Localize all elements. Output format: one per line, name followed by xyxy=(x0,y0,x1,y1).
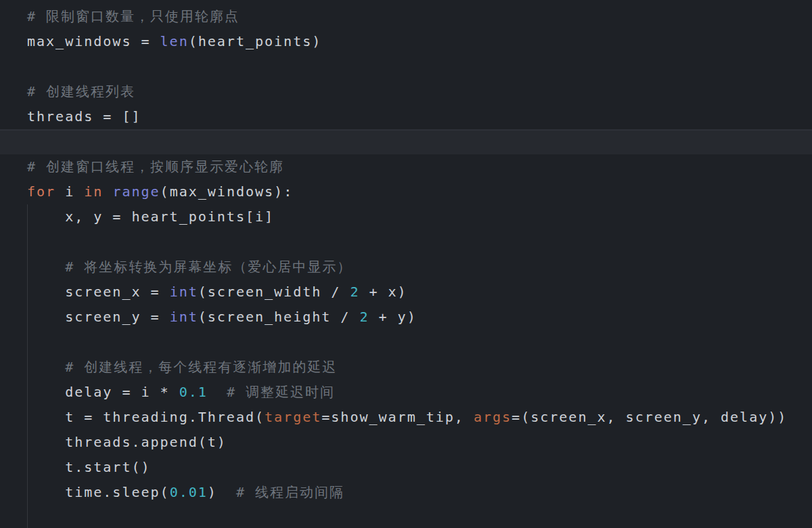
code-line[interactable]: threads = [] xyxy=(0,104,812,129)
code-token-text: i xyxy=(55,183,84,200)
code-token-comment: # 创建线程列表 xyxy=(27,83,135,100)
code-token-text: threads = [] xyxy=(27,108,141,125)
code-line[interactable]: for i in range(max_windows): xyxy=(0,179,812,204)
code-token-argument: target xyxy=(265,409,321,425)
code-token-text: ) xyxy=(208,484,236,500)
code-line[interactable]: t = threading.Thread(target=show_warm_ti… xyxy=(0,405,812,430)
code-token-comment: # 线程启动间隔 xyxy=(236,484,344,500)
code-token-text: delay = i * xyxy=(27,384,179,400)
code-token-text xyxy=(27,359,65,375)
code-editor[interactable]: # 限制窗口数量，只使用轮廓点max_windows = len(heart_p… xyxy=(0,0,812,528)
code-token-text: time.sleep( xyxy=(27,484,170,500)
code-token-text: + y) xyxy=(369,309,417,325)
code-line[interactable]: # 将坐标转换为屏幕坐标（爱心居中显示） xyxy=(0,255,812,280)
code-token-comment: # 创建窗口线程，按顺序显示爱心轮廓 xyxy=(27,158,284,175)
code-token-text: max_windows = xyxy=(27,33,160,49)
code-token-number: 0.1 xyxy=(179,384,208,400)
code-token-builtin: len xyxy=(160,33,189,49)
code-token-number: 0.01 xyxy=(170,484,208,500)
code-token-text xyxy=(103,183,112,200)
code-token-builtin: int xyxy=(170,309,198,325)
code-token-text xyxy=(208,384,227,400)
code-token-keyword: for xyxy=(27,183,55,200)
code-token-text: screen_y = xyxy=(27,309,170,325)
code-token-text: screen_x = xyxy=(27,284,170,300)
code-line[interactable]: time.sleep(0.01) # 线程启动间隔 xyxy=(0,480,812,505)
code-token-number: 2 xyxy=(350,284,359,300)
code-token-comment: # 限制窗口数量，只使用轮廓点 xyxy=(27,8,240,24)
code-token-text: threads.append(t) xyxy=(27,434,227,450)
code-token-text: + x) xyxy=(359,284,407,300)
code-line-current[interactable] xyxy=(0,129,812,154)
code-token-text: t = threading.Thread( xyxy=(27,409,265,425)
code-token-text: (heart_points) xyxy=(189,33,322,49)
code-token-builtin: range xyxy=(112,183,160,200)
code-line[interactable]: max_windows = len(heart_points) xyxy=(0,29,812,54)
code-line[interactable]: # 创建窗口线程，按顺序显示爱心轮廓 xyxy=(0,154,812,179)
code-token-text: (screen_width / xyxy=(198,284,351,300)
code-line[interactable] xyxy=(0,505,812,528)
code-token-text: x, y = heart_points[i] xyxy=(27,208,274,225)
code-token-text: (screen_height / xyxy=(198,309,360,325)
code-line[interactable]: # 创建线程，每个线程有逐渐增加的延迟 xyxy=(0,355,812,380)
code-token-builtin: int xyxy=(170,284,198,300)
code-token-text: t.start() xyxy=(27,459,151,475)
code-line[interactable]: t.start() xyxy=(0,455,812,480)
code-editor-window: # 限制窗口数量，只使用轮廓点max_windows = len(heart_p… xyxy=(0,0,812,528)
code-token-text: (max_windows): xyxy=(160,183,294,200)
code-token-keyword: in xyxy=(84,183,103,200)
code-token-argument: args xyxy=(474,409,512,425)
code-line[interactable] xyxy=(0,54,812,79)
code-line[interactable]: threads.append(t) xyxy=(0,430,812,455)
code-token-number: 2 xyxy=(359,309,369,325)
code-token-text: =(screen_x, screen_y, delay)) xyxy=(512,409,787,425)
code-line[interactable]: # 限制窗口数量，只使用轮廓点 xyxy=(0,4,812,29)
code-token-comment: # 创建线程，每个线程有逐渐增加的延迟 xyxy=(65,359,337,375)
code-line[interactable]: delay = i * 0.1 # 调整延迟时间 xyxy=(0,380,812,405)
code-line[interactable]: # 创建线程列表 xyxy=(0,79,812,104)
code-line[interactable] xyxy=(0,330,812,355)
code-token-comment: # 调整延迟时间 xyxy=(227,384,335,400)
code-line[interactable] xyxy=(0,229,812,255)
code-token-text xyxy=(27,259,65,275)
code-token-comment: # 将坐标转换为屏幕坐标（爱心居中显示） xyxy=(65,259,352,275)
code-line[interactable]: x, y = heart_points[i] xyxy=(0,204,812,229)
code-line[interactable]: screen_y = int(screen_height / 2 + y) xyxy=(0,305,812,330)
code-line[interactable]: screen_x = int(screen_width / 2 + x) xyxy=(0,280,812,305)
code-token-text: =show_warm_tip, xyxy=(321,409,474,425)
